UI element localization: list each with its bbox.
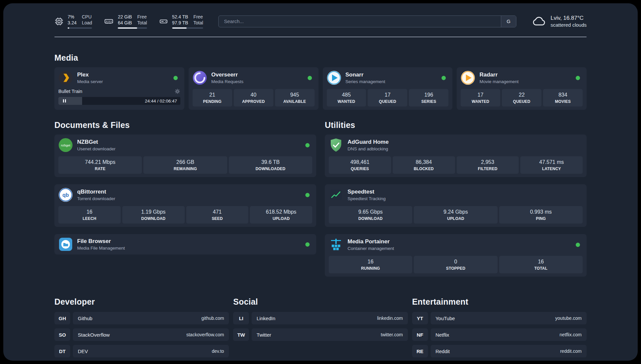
app-card-nzbget[interactable]: nzbget NZBGet Usenet downloader 74 — [54, 135, 316, 177]
ram-free-label: Free — [137, 14, 147, 20]
pause-icon[interactable] — [62, 98, 67, 104]
bookmark-netflix[interactable]: NF Netflix netflix.com — [412, 328, 587, 341]
stat-blocked: 86,384 BLOCKED — [393, 156, 455, 174]
stat-value: 16 — [501, 259, 581, 265]
app-name: NZBGet — [77, 139, 115, 145]
overseerr-icon — [193, 71, 207, 85]
stat-value: 2,953 — [458, 159, 518, 165]
bookmark-url: reddit.com — [560, 349, 582, 354]
radarr-icon — [461, 71, 475, 85]
stat-value: 266 GB — [145, 159, 226, 165]
app-name: AdGuard Home — [348, 139, 389, 145]
stat-label: TOTAL — [501, 266, 581, 271]
stat-label: DOWNLOAD — [124, 216, 183, 221]
app-card-overseerr[interactable]: Overseerr Media Requests 21 PENDING 40 A… — [189, 67, 319, 110]
app-card-radarr[interactable]: Radarr Movie management 17 WANTED 22 QUE… — [457, 67, 587, 110]
status-dot — [576, 76, 580, 80]
app-card-plex[interactable]: Plex Media server Bullet Train — [54, 67, 184, 110]
bookmark-url: dev.to — [212, 349, 224, 354]
bookmark-stackoverflow[interactable]: SO StackOverflow stackoverflow.com — [54, 328, 229, 341]
disk-progress-fill — [172, 27, 187, 29]
section-title-media: Media — [54, 53, 587, 63]
filebrowser-icon — [58, 237, 73, 252]
stat-label: BLOCKED — [394, 167, 454, 171]
svg-text:nzbget: nzbget — [61, 143, 71, 147]
stat-value: 40 — [235, 92, 272, 98]
app-name: Sonarr — [346, 72, 385, 78]
bookmark-reddit[interactable]: RE Reddit reddit.com — [412, 345, 587, 357]
bookmark-linkedin[interactable]: LI LinkedIn linkedin.com — [233, 312, 408, 324]
stat-label: SERIES — [410, 99, 447, 104]
bookmark-name: Github — [78, 316, 92, 321]
stat-value: 744.21 Mbps — [60, 159, 140, 165]
app-name: qBittorrent — [77, 189, 115, 195]
stat-seed: 471 SEED — [186, 206, 249, 224]
app-card-sonarr[interactable]: Sonarr Series management 485 WANTED 17 Q… — [323, 67, 453, 110]
stat-value: 0 — [415, 259, 496, 265]
stat-value: 21 — [194, 92, 231, 98]
stat-value: 47.571 ms — [522, 159, 581, 165]
cpu-load-label: Load — [82, 20, 92, 26]
bookmark-abbr: NF — [412, 328, 428, 341]
stat-filtered: 2,953 FILTERED — [457, 156, 519, 174]
stat-label: PENDING — [194, 99, 231, 104]
stats-row: 16 LEECH 1.19 Gbps DOWNLOAD 471 SEED — [58, 206, 312, 224]
disk-total-label: Total — [194, 20, 203, 26]
status-dot — [305, 143, 310, 147]
bookmark-url: linkedin.com — [377, 316, 403, 321]
stat-value: 834 — [544, 92, 581, 98]
bookmark-github[interactable]: GH Github github.com — [54, 312, 229, 324]
app-card-qbittorrent[interactable]: qb qBittorrent Torrent downloader — [54, 184, 316, 227]
search-engine-button[interactable]: G — [501, 16, 516, 27]
cpu-usage-value: 7% — [68, 14, 76, 20]
stat-label: STOPPED — [415, 266, 496, 271]
system-metrics: 7% 3.24 CPU Load — [54, 14, 203, 29]
bookmark-youtube[interactable]: YT YouTube youtube.com — [412, 312, 587, 324]
stat-leech: 16 LEECH — [58, 206, 121, 224]
app-card-portainer[interactable]: Media Portainer Container management 16 … — [325, 234, 587, 277]
bookmark-url: twitter.com — [381, 332, 403, 337]
bookmark-twitter[interactable]: TW Twitter twitter.com — [233, 328, 408, 341]
stat-upload: 9.24 Gbps UPLOAD — [414, 206, 497, 224]
app-card-adguard[interactable]: AdGuard Home DNS and adblocking 498,461 … — [325, 135, 587, 177]
stat-label: DOWNLOAD — [330, 216, 411, 221]
stat-value: 16 — [60, 209, 119, 215]
stat-wanted: 485 WANTED — [327, 89, 366, 106]
search-bar: G — [218, 15, 516, 27]
stat-downloaded: 39.6 TB DOWNLOADED — [229, 156, 312, 174]
stat-latency: 47.571 ms LATENCY — [520, 156, 583, 174]
bookmark-name: Twitter — [257, 332, 271, 338]
app-card-speedtest[interactable]: Speedtest Speedtest Tracking 9.65 Gbps D… — [325, 184, 587, 227]
app-name: Media Portainer — [348, 238, 394, 245]
stat-value: 9.24 Gbps — [415, 209, 496, 215]
playback-progress-bar[interactable]: 24:44 / 02:06:47 — [58, 97, 180, 105]
media-grid: Plex Media server Bullet Train — [54, 67, 587, 110]
gear-icon[interactable] — [174, 88, 180, 94]
stats-row: 485 WANTED 17 QUEUED 196 SERIES — [327, 89, 449, 106]
status-dot — [173, 76, 178, 80]
stat-label: SEED — [188, 216, 247, 221]
app-subtitle: Usenet downloader — [77, 146, 115, 151]
app-subtitle: Media server — [77, 79, 103, 84]
ram-metric: 22 GiB 64 GiB Free Total — [104, 14, 147, 29]
bookmark-dev[interactable]: DT DEV dev.to — [54, 345, 229, 357]
app-subtitle: Speedtest Tracking — [348, 196, 386, 201]
bookmark-abbr: RE — [412, 345, 428, 357]
stats-row: 498,461 QUERIES 86,384 BLOCKED 2,953 FIL… — [329, 156, 583, 174]
app-card-filebrowser[interactable]: File Browser Media File Management — [54, 234, 316, 255]
app-subtitle: DNS and adblocking — [348, 146, 389, 151]
ram-progress-fill — [118, 27, 137, 29]
stat-label: UPLOAD — [251, 216, 311, 221]
header-divider — [54, 37, 587, 37]
stat-value: 22 — [503, 92, 540, 98]
status-dot — [308, 76, 312, 80]
app-name: Speedtest — [348, 189, 386, 195]
search-input[interactable] — [218, 15, 516, 27]
stat-available: 945 AVAILABLE — [275, 89, 315, 106]
disk-free-label: Free — [194, 14, 203, 20]
stat-value: 9.65 Gbps — [330, 209, 411, 215]
stat-label: RUNNING — [330, 266, 411, 271]
stats-row: 17 WANTED 22 QUEUED 834 MOVIES — [461, 89, 583, 106]
status-dot — [576, 243, 580, 247]
stat-value: 618.52 Mbps — [251, 209, 311, 215]
